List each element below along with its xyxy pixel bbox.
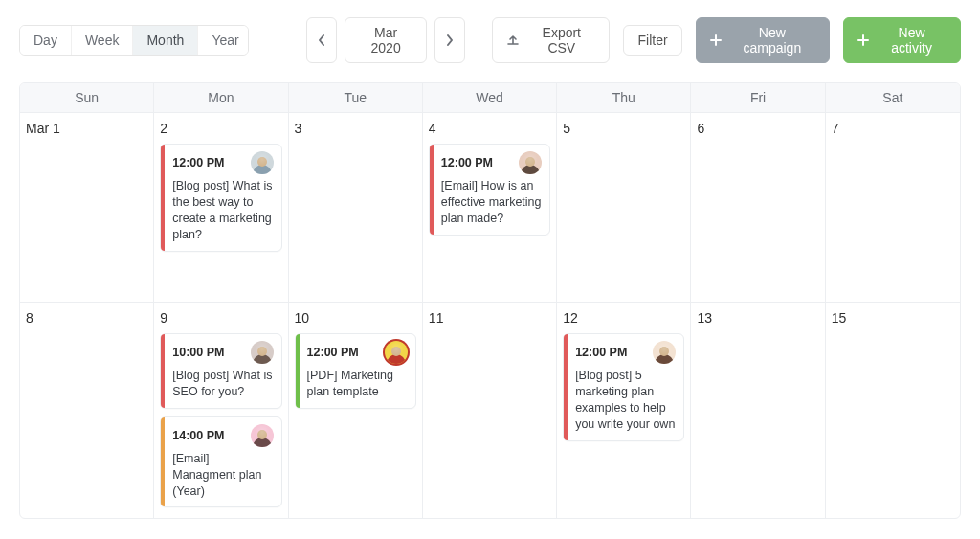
calendar: SunMonTueWedThuFriSat Mar 1212:00 PM[Blo… — [19, 82, 961, 519]
avatar — [251, 151, 274, 174]
event-title: [Blog post] What is the best way to crea… — [172, 178, 273, 243]
day-number: 2 — [160, 121, 281, 136]
event-card[interactable]: 14:00 PM[Email] Managment plan (Year) — [160, 416, 281, 508]
day-cell[interactable]: 910:00 PM[Blog post] What is SEO for you… — [154, 302, 288, 518]
event-list: 12:00 PM[Blog post] What is the best way… — [160, 144, 281, 252]
filter-label: Filter — [637, 33, 667, 48]
weekday-header: Fri — [691, 83, 825, 112]
new-activity-label: New activity — [877, 25, 947, 56]
view-year[interactable]: Year — [198, 26, 249, 55]
avatar — [653, 341, 676, 364]
new-activity-button[interactable]: New activity — [843, 17, 961, 63]
weekday-header: Thu — [557, 83, 691, 112]
event-stripe — [161, 145, 165, 251]
day-number: 12 — [563, 310, 684, 326]
chevron-left-icon — [317, 34, 326, 47]
event-title: [Email] Managment plan (Year) — [172, 451, 273, 500]
event-card[interactable]: 12:00 PM[Blog post] What is the best way… — [160, 144, 281, 252]
plus-icon — [858, 34, 869, 46]
weekday-header: Sat — [826, 83, 960, 112]
event-list: 12:00 PM[Blog post] 5 marketing plan exa… — [563, 333, 684, 441]
view-week[interactable]: Week — [72, 26, 134, 55]
day-number: 8 — [26, 310, 147, 326]
event-header: 12:00 PM — [441, 151, 542, 174]
day-number: 7 — [832, 121, 954, 136]
avatar — [251, 341, 274, 364]
day-cell[interactable]: 13 — [691, 302, 825, 518]
day-number: 5 — [563, 121, 684, 136]
avatar — [519, 151, 542, 174]
day-number: 10 — [295, 310, 416, 326]
day-number: 9 — [160, 310, 281, 326]
event-stripe — [430, 145, 434, 235]
event-card[interactable]: 12:00 PM[Email] How is an effective mark… — [429, 144, 550, 236]
event-title: [Blog post] 5 marketing plan examples to… — [575, 368, 676, 433]
day-cell[interactable]: 212:00 PM[Blog post] What is the best wa… — [154, 112, 288, 302]
plus-icon — [710, 34, 722, 46]
event-list: 12:00 PM[Email] How is an effective mark… — [429, 144, 550, 236]
weekday-header-row: SunMonTueWedThuFriSat — [20, 83, 960, 112]
event-title: [PDF] Marketing plan template — [307, 368, 408, 400]
event-title: [Blog post] What is SEO for you? — [172, 368, 273, 400]
day-cell[interactable]: 15 — [826, 302, 960, 518]
event-card[interactable]: 12:00 PM[Blog post] 5 marketing plan exa… — [563, 333, 684, 441]
event-title: [Email] How is an effective marketing pl… — [441, 178, 542, 227]
view-month[interactable]: Month — [133, 26, 198, 55]
week-row: 8910:00 PM[Blog post] What is SEO for yo… — [20, 302, 960, 518]
event-header: 12:00 PM — [172, 151, 273, 174]
weekday-header: Tue — [289, 83, 423, 112]
event-card[interactable]: 12:00 PM[PDF] Marketing plan template — [295, 333, 416, 409]
weekday-header: Sun — [20, 83, 154, 112]
month-nav: Mar 2020 — [306, 17, 465, 63]
filter-button[interactable]: Filter — [623, 25, 681, 56]
weekday-header: Mon — [154, 83, 288, 112]
day-cell[interactable]: 7 — [826, 112, 960, 302]
event-time: 12:00 PM — [441, 156, 493, 169]
day-number: 15 — [832, 310, 954, 326]
next-month-button[interactable] — [434, 17, 465, 63]
day-number: 3 — [295, 121, 416, 136]
event-time: 10:00 PM — [172, 346, 224, 359]
event-stripe — [296, 334, 300, 408]
event-time: 12:00 PM — [575, 346, 627, 359]
export-csv-label: Export CSV — [527, 25, 595, 56]
day-cell[interactable]: 8 — [20, 302, 154, 518]
view-day[interactable]: Day — [20, 26, 72, 55]
day-number: 6 — [697, 121, 818, 136]
toolbar: Day Week Month Year Mar 2020 Expo — [19, 17, 961, 63]
event-header: 12:00 PM — [575, 341, 676, 364]
current-month-label[interactable]: Mar 2020 — [345, 17, 427, 63]
day-cell[interactable]: 1012:00 PM[PDF] Marketing plan template — [289, 302, 423, 518]
event-card[interactable]: 10:00 PM[Blog post] What is SEO for you? — [160, 333, 281, 409]
day-cell[interactable]: 3 — [289, 112, 423, 302]
day-number: Mar 1 — [26, 121, 147, 136]
view-switch: Day Week Month Year — [19, 25, 249, 56]
avatar — [385, 341, 408, 364]
day-cell[interactable]: 6 — [691, 112, 825, 302]
new-campaign-button[interactable]: New campaign — [696, 17, 831, 63]
event-time: 14:00 PM — [172, 429, 224, 442]
day-number: 11 — [429, 310, 550, 326]
event-header: 10:00 PM — [172, 341, 273, 364]
week-row: Mar 1212:00 PM[Blog post] What is the be… — [20, 112, 960, 302]
day-cell[interactable]: 412:00 PM[Email] How is an effective mar… — [423, 112, 557, 302]
calendar-body: Mar 1212:00 PM[Blog post] What is the be… — [20, 112, 960, 518]
day-cell[interactable]: 11 — [423, 302, 557, 518]
day-cell[interactable]: 5 — [557, 112, 691, 302]
new-campaign-label: New campaign — [729, 25, 816, 56]
day-cell[interactable]: Mar 1 — [20, 112, 154, 302]
event-time: 12:00 PM — [172, 156, 224, 169]
export-csv-button[interactable]: Export CSV — [492, 17, 610, 63]
day-number: 13 — [697, 310, 818, 326]
avatar — [251, 424, 274, 447]
chevron-right-icon — [445, 34, 455, 47]
event-list: 12:00 PM[PDF] Marketing plan template — [295, 333, 416, 409]
prev-month-button[interactable] — [306, 17, 337, 63]
day-number: 4 — [429, 121, 550, 136]
upload-icon — [506, 34, 520, 47]
event-header: 12:00 PM — [307, 341, 408, 364]
weekday-header: Wed — [423, 83, 557, 112]
day-cell[interactable]: 1212:00 PM[Blog post] 5 marketing plan e… — [557, 302, 691, 518]
event-header: 14:00 PM — [172, 424, 273, 447]
event-stripe — [161, 417, 165, 507]
